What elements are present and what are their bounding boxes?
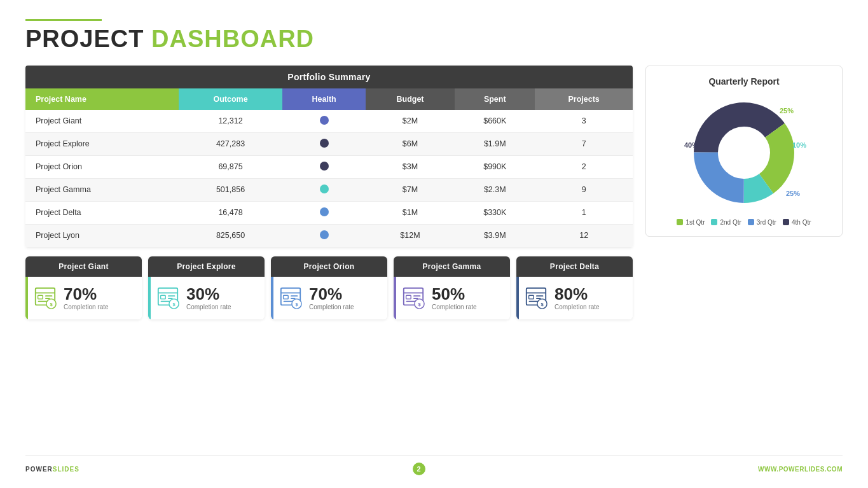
card-body: $ 50% Completion rate <box>394 277 510 319</box>
card-percent: 30% <box>186 286 231 302</box>
col-header-health: Health <box>282 88 365 110</box>
cell-name: Project Lyon <box>25 224 179 247</box>
svg-rect-2 <box>38 295 43 299</box>
table-title: Portfolio Summary <box>25 66 633 88</box>
card-body: $ 70% Completion rate <box>271 277 387 319</box>
cell-spent: $2.3M <box>455 178 535 201</box>
col-header-outcome: Outcome <box>179 88 283 110</box>
card-icon: $ <box>524 286 548 310</box>
cell-projects: 7 <box>535 132 633 155</box>
card-completion-label: Completion rate <box>309 303 354 310</box>
health-dot <box>320 116 329 125</box>
cell-health <box>282 132 365 155</box>
card-percent: 70% <box>64 286 109 302</box>
cell-projects: 2 <box>535 155 633 178</box>
donut-label-q2: 10% <box>792 141 806 149</box>
table-row: Project Giant 12,312 $2M $660K 3 <box>25 110 633 133</box>
table-row: Project Orion 69,875 $3M $990K 2 <box>25 155 633 178</box>
cell-outcome: 825,650 <box>179 224 283 247</box>
cell-name: Project Delta <box>25 201 179 224</box>
portfolio-summary-table: Portfolio Summary Project Name Outcome H… <box>25 66 633 247</box>
cell-projects: 1 <box>535 201 633 224</box>
cell-projects: 12 <box>535 224 633 247</box>
cell-health <box>282 110 365 133</box>
card-completion-label: Completion rate <box>555 303 600 310</box>
cell-budget: $1M <box>366 201 455 224</box>
footer-brand: POWERSLIDES <box>25 466 79 473</box>
card-stats: 80% Completion rate <box>555 286 600 310</box>
card-stats: 30% Completion rate <box>186 286 231 310</box>
legend-item-q1: 1st Qtr <box>677 219 705 226</box>
svg-rect-18 <box>284 295 289 299</box>
legend-dot-q1 <box>677 219 683 225</box>
cell-budget: $3M <box>366 155 455 178</box>
health-dot <box>320 139 329 148</box>
cell-outcome: 12,312 <box>179 110 283 133</box>
svg-rect-20 <box>291 298 296 299</box>
legend-item-q4: 4th Qtr <box>783 219 811 226</box>
cell-spent: $330K <box>455 201 535 224</box>
cell-outcome: 501,856 <box>179 178 283 201</box>
page-title: PROJECT DASHBOARD <box>25 26 843 53</box>
cell-name: Project Giant <box>25 110 179 133</box>
project-card: Project Giant $ 70% Completion rate <box>25 256 142 319</box>
svg-rect-4 <box>45 298 50 299</box>
card-stats: 70% Completion rate <box>64 286 109 310</box>
left-column: Portfolio Summary Project Name Outcome H… <box>25 66 633 450</box>
card-body: $ 30% Completion rate <box>148 277 265 319</box>
title-project: PROJECT <box>25 25 144 52</box>
donut-label-q4: 40% <box>684 141 698 149</box>
donut-label-q3: 25% <box>786 190 800 197</box>
legend-dot-q4 <box>783 219 789 225</box>
page-footer: POWERSLIDES 2 WWW.POWERLIDES.COM <box>25 456 843 475</box>
legend-dot-q2 <box>711 219 717 225</box>
col-header-projects: Projects <box>535 88 633 110</box>
quarterly-title: Quarterly Report <box>656 76 832 87</box>
header-accent-line <box>25 19 102 21</box>
health-dot <box>320 230 329 239</box>
card-completion-label: Completion rate <box>432 303 477 310</box>
cell-name: Project Explore <box>25 132 179 155</box>
cell-budget: $12M <box>366 224 455 247</box>
cell-spent: $990K <box>455 155 535 178</box>
cell-name: Project Orion <box>25 155 179 178</box>
health-dot <box>320 185 329 193</box>
table-row: Project Explore 427,283 $6M $1.9M 7 <box>25 132 633 155</box>
cell-name: Project Gamma <box>25 178 179 201</box>
cell-health <box>282 178 365 201</box>
health-dot <box>320 207 329 216</box>
svg-rect-34 <box>529 295 534 299</box>
cell-budget: $2M <box>366 110 455 133</box>
cell-spent: $1.9M <box>455 132 535 155</box>
cell-outcome: 427,283 <box>179 132 283 155</box>
cell-budget: $6M <box>366 132 455 155</box>
svg-rect-35 <box>536 295 543 296</box>
header: PROJECT DASHBOARD <box>25 19 843 53</box>
title-dashboard: DASHBOARD <box>144 25 314 52</box>
project-cards-row: Project Giant $ 70% Completion rate <box>25 256 633 319</box>
cell-outcome: 16,478 <box>179 201 283 224</box>
card-body: $ 70% Completion rate <box>25 277 142 319</box>
cell-health <box>282 155 365 178</box>
page: PROJECT DASHBOARD Portfolio Summary Proj… <box>0 0 868 488</box>
svg-rect-11 <box>168 295 175 296</box>
card-completion-label: Completion rate <box>64 303 109 310</box>
col-header-name: Project Name <box>25 88 179 110</box>
cell-health <box>282 224 365 247</box>
legend-item-q2: 2nd Qtr <box>711 219 741 226</box>
cell-health <box>282 201 365 224</box>
card-title: Project Explore <box>148 256 265 277</box>
cell-outcome: 69,875 <box>179 155 283 178</box>
table-row: Project Lyon 825,650 $12M $3.9M 12 <box>25 224 633 247</box>
card-percent: 70% <box>309 286 354 302</box>
card-icon: $ <box>401 286 425 310</box>
footer-brand-highlight: SLIDES <box>53 466 79 473</box>
card-completion-label: Completion rate <box>186 303 231 310</box>
donut-label-q1: 25% <box>780 107 794 115</box>
legend-label-q3: 3rd Qtr <box>757 219 776 226</box>
card-body: $ 80% Completion rate <box>516 277 633 319</box>
cell-spent: $660K <box>455 110 535 133</box>
card-icon: $ <box>279 286 303 310</box>
donut-chart: 25% 10% 25% 40% <box>687 95 801 210</box>
card-title: Project Delta <box>516 256 633 277</box>
